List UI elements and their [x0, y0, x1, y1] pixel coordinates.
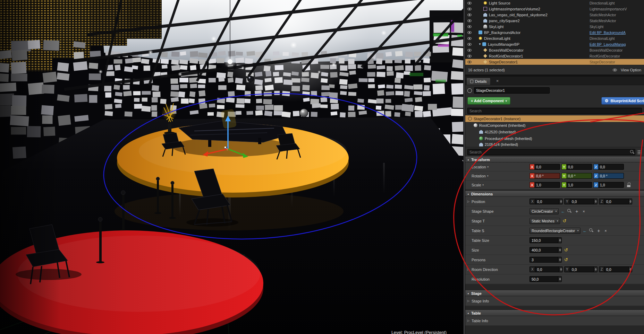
section-header-dimensions[interactable]: ▲Dimensions [465, 191, 644, 197]
value-spinner[interactable] [558, 247, 561, 253]
x-value-field[interactable]: X0,0 [529, 266, 563, 272]
visibility-eye-icon[interactable] [467, 49, 472, 52]
value-field[interactable]: 150,0 [529, 237, 562, 243]
expander-icon[interactable]: ▷ [467, 200, 472, 203]
use-selected-asset-icon[interactable]: ← [560, 209, 566, 214]
z-value-field[interactable]: Z0,0 [599, 199, 632, 204]
value-spinner[interactable] [558, 276, 561, 282]
outliner-row-skylight[interactable]: SkyLightSkyLight [465, 24, 644, 29]
outliner-row-las-vegas-old-flipped-skydome2[interactable]: Las_vegas_old_flipped_skydome2StaticMesh… [465, 12, 644, 18]
caret-down-icon[interactable]: ▾ [483, 184, 484, 186]
section-header-stage[interactable]: ▲Stage [465, 290, 644, 296]
dropdown-stage-shape[interactable]: CircleCreator▾ [529, 208, 559, 214]
section-header-table[interactable]: ▲Table [465, 310, 644, 316]
visibility-eye-icon[interactable] [467, 25, 472, 28]
x-value-field[interactable]: X0,0 [529, 199, 563, 204]
outliner-row-stagedecorator1[interactable]: StageDecorator1StageDecorator [465, 59, 644, 65]
visibility-eye-icon[interactable] [467, 2, 472, 5]
y-value-field[interactable]: Y1,0 [561, 182, 592, 188]
browse-asset-icon[interactable] [567, 209, 573, 214]
component-row-stagedecorator1-instance[interactable]: StageDecorator1 (Instance) [465, 115, 644, 122]
section-header-transform[interactable]: ▲Transform [465, 157, 644, 162]
visibility-eye-icon[interactable] [467, 61, 472, 63]
expander-icon[interactable]: ▼ [478, 43, 481, 46]
dropdown-table-s[interactable]: RoundedRectangleCreator▾ [529, 228, 581, 234]
visibility-eye-icon[interactable] [467, 19, 472, 22]
value-spinner[interactable] [628, 199, 632, 204]
visibility-eye-icon[interactable] [467, 43, 472, 46]
value-spinner[interactable] [558, 257, 561, 262]
outliner-row-layoutmanagerbp[interactable]: ▼LayoutManagerBPEdit BP_LayoutManag [465, 41, 644, 47]
y-value-field[interactable]: Y0,0 ° [561, 173, 592, 179]
outliner-row-pano-citysquare2[interactable]: pano_citySquare2StaticMeshActor [465, 18, 644, 24]
value-text: 0,0 ° [534, 174, 545, 178]
visibility-eye-icon[interactable] [467, 8, 472, 10]
value-field[interactable]: 400,0 [529, 247, 562, 253]
expander-icon[interactable]: ▷ [467, 268, 472, 271]
y-value-field[interactable]: Y0,0 [564, 266, 598, 272]
add-element-icon[interactable]: + [574, 209, 579, 214]
view-options-button[interactable]: View Option [612, 68, 641, 72]
y-value-field[interactable]: Y0,0 [564, 199, 598, 204]
actor-type-edit-link[interactable]: Edit BP_BackgroundA [590, 30, 626, 35]
y-value-field[interactable]: Y0,0 [561, 164, 592, 170]
caret-down-icon[interactable]: ▾ [488, 166, 489, 168]
value-spinner[interactable] [559, 267, 562, 272]
x-value-field[interactable]: X1,0 [529, 182, 560, 188]
clear-icon[interactable]: × [581, 209, 586, 214]
clear-icon[interactable]: × [603, 228, 608, 234]
value-spinner[interactable] [628, 267, 632, 272]
x-value-field[interactable]: X0,0 ° [529, 173, 560, 179]
expander-icon[interactable]: ▷ [467, 319, 472, 322]
component-row-rootcomponent-inherited[interactable]: RootComponent (Inherited) [465, 122, 644, 129]
z-value-field[interactable]: Z1,0 [593, 182, 624, 188]
property-search-input[interactable] [467, 149, 635, 155]
x-value-field[interactable]: X0,0 [529, 164, 560, 170]
visibility-eye-icon[interactable] [467, 37, 472, 40]
visibility-eye-icon[interactable] [467, 14, 472, 16]
outliner-row-lightmassimportancevolume2[interactable]: LightmassImportanceVolume2LightmassImpor… [465, 6, 644, 12]
viewport-3d[interactable]: Level: ProcLevel (Persistent) [0, 0, 463, 334]
outliner-row-bp-backgroundactor[interactable]: BP_BackgroundActorEdit BP_BackgroundA [465, 29, 644, 35]
visibility-eye-icon[interactable] [467, 31, 472, 34]
blueprint-add-script-button[interactable]: ⚙ Blueprint/Add Scri [601, 97, 644, 105]
z-value-field[interactable]: Z0,0 ° [593, 173, 624, 179]
value-field[interactable]: 50,0 [529, 276, 562, 282]
value-spinner[interactable] [594, 267, 597, 272]
z-value-field[interactable]: Z0,0 [593, 164, 624, 170]
component-row-2105424-inherited[interactable]: 2105424 (Inherited) [465, 142, 644, 147]
reset-to-default-icon[interactable]: ↺ [564, 248, 568, 252]
z-value-field[interactable]: Z0,0 [599, 266, 632, 272]
reset-to-default-icon[interactable]: ↺ [564, 257, 568, 262]
add-component-button[interactable]: + Add Component ▾ [467, 97, 510, 105]
actor-label: DirectionalLight [484, 36, 510, 41]
reset-to-default-icon[interactable]: ↺ [562, 219, 566, 223]
outliner-row-roofgriddecorator1[interactable]: RoofGridDecorator1RoofGridDecorator [465, 53, 644, 59]
lock-icon[interactable] [627, 183, 630, 187]
property-label-text: Table Info [472, 319, 488, 323]
component-row-412520-inherited[interactable]: 412520 (Inherited) [465, 129, 644, 135]
actor-label: Las_vegas_old_flipped_skydome2 [489, 13, 548, 17]
value-spinner[interactable] [559, 199, 562, 204]
value-spinner[interactable] [558, 238, 561, 243]
outliner-row-light-source[interactable]: Light SourceDirectionalLight [465, 0, 644, 6]
actor-type-edit-link[interactable]: Edit BP_LayoutManag [590, 42, 626, 46]
component-row-procedural-mesh-inherited[interactable]: Procedural Mesh (Inherited) [465, 135, 644, 142]
actor-name-input[interactable] [474, 87, 550, 94]
browse-asset-icon[interactable] [589, 228, 594, 234]
outliner-row-directionallight[interactable]: DirectionalLightDirectionalLight [465, 35, 644, 41]
view-options-grid-icon[interactable] [637, 150, 642, 154]
component-search-input[interactable] [467, 108, 642, 114]
outliner-row-boxeswalldecorator[interactable]: BoxesWallDecoratorBoxesWallDecorator [465, 47, 644, 53]
tab-close-icon[interactable]: × [496, 77, 499, 85]
use-selected-asset-icon[interactable]: ← [582, 228, 587, 234]
value-text: 0,0 [598, 165, 607, 169]
expander-icon[interactable]: ▷ [467, 299, 472, 302]
add-element-icon[interactable]: + [596, 228, 601, 234]
value-spinner[interactable] [594, 199, 597, 204]
tab-details[interactable]: Details [466, 78, 491, 85]
caret-down-icon[interactable]: ▾ [487, 175, 489, 177]
value-field[interactable]: 3 [529, 257, 562, 263]
visibility-eye-icon[interactable] [467, 55, 472, 58]
dropdown-stage-t[interactable]: Static Meshes▾ [529, 218, 560, 224]
